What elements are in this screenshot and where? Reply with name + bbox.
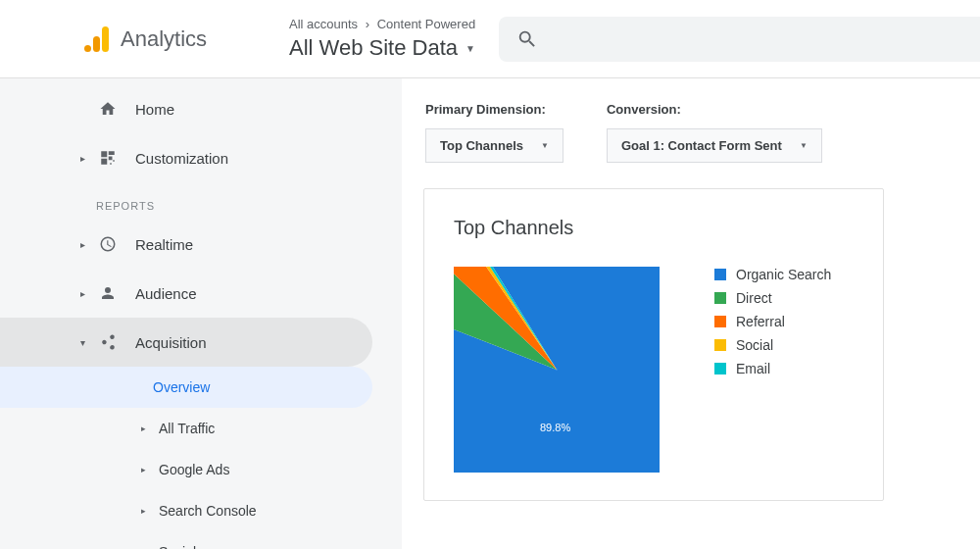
legend-item: Social	[714, 337, 831, 353]
analytics-logo-icon	[84, 26, 109, 52]
pie-svg	[454, 267, 660, 473]
search-icon	[516, 28, 538, 50]
legend-label: Email	[736, 361, 770, 376]
breadcrumb-root: All accounts	[289, 17, 358, 31]
caret-right-icon: ▸	[141, 465, 146, 474]
submenu-all-traffic[interactable]: ▸ All Traffic	[0, 408, 402, 449]
legend-label: Organic Search	[736, 267, 831, 282]
conversion-dropdown[interactable]: Goal 1: Contact Form Sent ▼	[607, 128, 822, 163]
legend-swatch	[714, 316, 726, 327]
chart-legend: Organic SearchDirectReferralSocialEmail	[714, 267, 831, 384]
caret-down-icon: ▾	[80, 337, 85, 348]
caret-right-icon: ▸	[141, 424, 146, 433]
caret-down-icon: ▼	[800, 141, 808, 150]
submenu-label: Google Ads	[159, 462, 229, 477]
legend-item: Organic Search	[714, 267, 831, 282]
acquisition-submenu: Overview ▸ All Traffic ▸ Google Ads ▸ Se…	[0, 367, 402, 549]
sidebar-nav: Home ▸ Customization REPORTS ▸ Realtime …	[0, 78, 402, 549]
person-icon	[98, 284, 118, 302]
submenu-label: All Traffic	[159, 421, 215, 436]
legend-item: Referral	[714, 314, 831, 329]
primary-dimension-label: Primary Dimension:	[425, 102, 564, 117]
submenu-label: Social	[159, 544, 196, 549]
caret-down-icon: ▼	[541, 141, 549, 150]
legend-label: Social	[736, 337, 773, 353]
pie-slice-label: 89.8%	[540, 422, 570, 433]
submenu-google-ads[interactable]: ▸ Google Ads	[0, 449, 402, 490]
view-name: All Web Site Data	[289, 35, 458, 61]
legend-item: Direct	[714, 290, 831, 306]
home-icon	[98, 100, 118, 118]
submenu-label: Overview	[153, 379, 210, 395]
legend-label: Referral	[736, 314, 785, 329]
sidebar-section-reports: REPORTS	[0, 182, 402, 220]
sidebar-item-label: Acquisition	[135, 334, 207, 351]
pie-chart: 89.8%	[454, 267, 660, 473]
app-header: Analytics All accounts › Content Powered…	[0, 0, 980, 78]
sidebar-item-realtime[interactable]: ▸ Realtime	[0, 220, 402, 269]
dropdown-value: Goal 1: Contact Form Sent	[621, 138, 782, 153]
legend-swatch	[714, 363, 726, 374]
submenu-social[interactable]: ▸ Social	[0, 531, 402, 549]
conversion-label: Conversion:	[607, 102, 822, 117]
sidebar-item-audience[interactable]: ▸ Audience	[0, 269, 402, 318]
sidebar-item-customization[interactable]: ▸ Customization	[0, 133, 402, 182]
dropdown-value: Top Channels	[440, 138, 523, 153]
account-selector[interactable]: All accounts › Content Powered All Web S…	[289, 5, 475, 73]
sidebar-item-home[interactable]: Home	[0, 84, 402, 133]
top-channels-card: Top Channels 89.8% Organic SearchDirectR…	[423, 188, 884, 501]
caret-right-icon: ▸	[80, 288, 85, 299]
sidebar-item-acquisition[interactable]: ▾ Acquisition	[0, 318, 372, 367]
sidebar-item-label: Audience	[135, 285, 197, 302]
sidebar-item-label: Customization	[135, 150, 228, 167]
caret-right-icon: ▸	[80, 153, 85, 164]
card-title: Top Channels	[454, 217, 854, 239]
legend-label: Direct	[736, 290, 772, 306]
dashboard-icon	[98, 149, 118, 167]
breadcrumb-account: Content Powered	[377, 17, 475, 31]
sidebar-item-label: Realtime	[135, 236, 193, 253]
legend-swatch	[714, 269, 726, 280]
search-input[interactable]	[499, 17, 980, 62]
legend-swatch	[714, 339, 726, 351]
legend-swatch	[714, 292, 726, 304]
logo-block[interactable]: Analytics	[0, 26, 289, 52]
view-selector[interactable]: All Web Site Data ▼	[289, 35, 475, 61]
share-icon	[98, 333, 118, 351]
filter-row: Primary Dimension: Top Channels ▼ Conver…	[423, 102, 980, 163]
primary-dimension-dropdown[interactable]: Top Channels ▼	[425, 128, 564, 163]
submenu-overview[interactable]: Overview	[0, 367, 372, 408]
legend-item: Email	[714, 361, 831, 376]
caret-right-icon: ▸	[80, 239, 85, 250]
submenu-search-console[interactable]: ▸ Search Console	[0, 490, 402, 531]
clock-icon	[98, 235, 118, 253]
main-content: Primary Dimension: Top Channels ▼ Conver…	[402, 78, 980, 549]
submenu-label: Search Console	[159, 503, 257, 519]
chevron-right-icon: ›	[366, 17, 369, 31]
product-name: Analytics	[121, 26, 207, 52]
breadcrumb: All accounts › Content Powered	[289, 17, 475, 31]
sidebar-item-label: Home	[135, 101, 174, 118]
caret-right-icon: ▸	[141, 506, 146, 516]
caret-down-icon: ▼	[466, 43, 475, 54]
